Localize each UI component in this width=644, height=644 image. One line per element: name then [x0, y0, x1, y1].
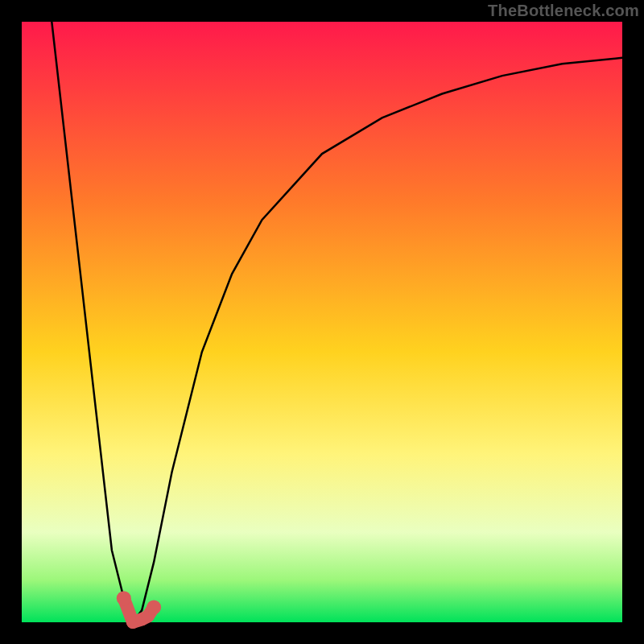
gradient-background — [22, 22, 622, 622]
watermark-text: TheBottleneck.com — [488, 2, 639, 20]
highlight-dot — [117, 591, 131, 605]
highlight-dot — [147, 600, 161, 614]
chart-container: TheBottleneck.com — [0, 0, 644, 644]
bottleneck-chart — [0, 0, 644, 644]
